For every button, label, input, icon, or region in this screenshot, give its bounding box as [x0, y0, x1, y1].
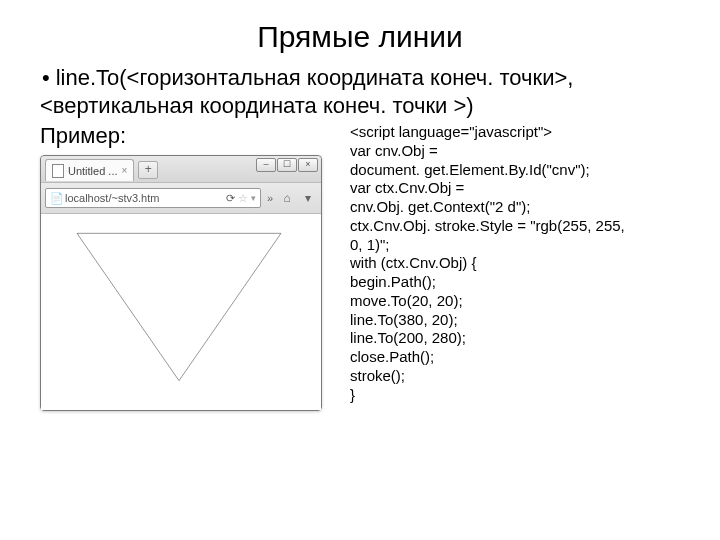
- browser-window: Untitled ... × + – ☐ × 📄 localhost/~stv3…: [40, 155, 322, 411]
- page-icon: [52, 164, 64, 178]
- site-icon: 📄: [50, 192, 62, 204]
- url-text: localhost/~stv3.htm: [65, 192, 159, 204]
- browser-tab[interactable]: Untitled ... ×: [45, 159, 134, 181]
- nav-dropdown-icon[interactable]: ▾: [299, 189, 317, 207]
- code-line: }: [350, 386, 680, 405]
- page-content: [41, 214, 321, 410]
- url-field[interactable]: 📄 localhost/~stv3.htm ⟳ ☆ ▾: [45, 188, 261, 208]
- canvas-drawing: [49, 222, 309, 392]
- syntax-bullet: •line.To(<горизонтальная координата коне…: [40, 64, 680, 119]
- window-maximize-button[interactable]: ☐: [277, 158, 297, 172]
- code-line: line.To(200, 280);: [350, 329, 680, 348]
- code-line: ctx.Cnv.Obj. stroke.Style = "rgb(255, 25…: [350, 217, 680, 236]
- code-line: var cnv.Obj =: [350, 142, 680, 161]
- tab-bar: Untitled ... × + – ☐ ×: [41, 156, 321, 183]
- svg-marker-0: [77, 233, 281, 380]
- code-line: document. get.Element.By.Id("cnv");: [350, 161, 680, 180]
- code-block: <script language="javascript"> var cnv.O…: [350, 123, 680, 411]
- example-label: Пример:: [40, 123, 340, 149]
- code-line: 0, 1)";: [350, 236, 680, 255]
- tab-close-icon[interactable]: ×: [122, 165, 128, 176]
- code-line: close.Path();: [350, 348, 680, 367]
- window-close-button[interactable]: ×: [298, 158, 318, 172]
- page-title: Прямые линии: [40, 20, 680, 54]
- code-line: cnv.Obj. get.Context("2 d");: [350, 198, 680, 217]
- reload-icon[interactable]: ⟳: [226, 192, 235, 205]
- code-line: <script language="javascript">: [350, 123, 680, 142]
- code-line: stroke();: [350, 367, 680, 386]
- home-icon[interactable]: ⌂: [279, 190, 295, 206]
- overflow-icon[interactable]: »: [265, 192, 275, 204]
- bookmark-icon[interactable]: ☆: [238, 192, 248, 205]
- tab-title: Untitled ...: [68, 165, 118, 177]
- bullet-dot: •: [42, 65, 50, 90]
- new-tab-button[interactable]: +: [138, 161, 158, 179]
- url-bar: 📄 localhost/~stv3.htm ⟳ ☆ ▾ » ⌂ ▾: [41, 183, 321, 214]
- code-line: begin.Path();: [350, 273, 680, 292]
- code-line: line.To(380, 20);: [350, 311, 680, 330]
- syntax-text: line.To(<горизонтальная координата конеч…: [40, 65, 573, 118]
- history-dropdown-icon[interactable]: ▾: [251, 193, 256, 203]
- window-minimize-button[interactable]: –: [256, 158, 276, 172]
- code-line: move.To(20, 20);: [350, 292, 680, 311]
- code-line: with (ctx.Cnv.Obj) {: [350, 254, 680, 273]
- code-line: var ctx.Cnv.Obj =: [350, 179, 680, 198]
